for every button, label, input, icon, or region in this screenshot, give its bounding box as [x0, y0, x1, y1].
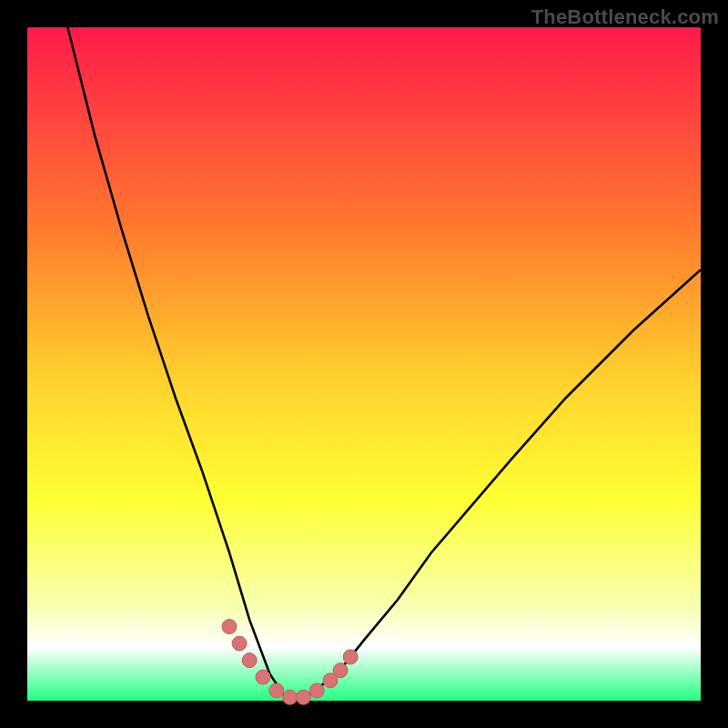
marker-point: [242, 653, 257, 668]
marker-point: [283, 690, 298, 704]
bottleneck-chart: [0, 0, 728, 728]
marker-point: [269, 683, 284, 698]
marker-point: [309, 683, 324, 698]
marker-point: [222, 620, 237, 634]
marker-point: [256, 670, 270, 684]
marker-point: [296, 690, 310, 704]
marker-point: [333, 663, 348, 678]
marker-point: [343, 650, 358, 664]
marker-point: [232, 636, 247, 651]
chart-stage: TheBottleneck.com: [0, 0, 728, 728]
